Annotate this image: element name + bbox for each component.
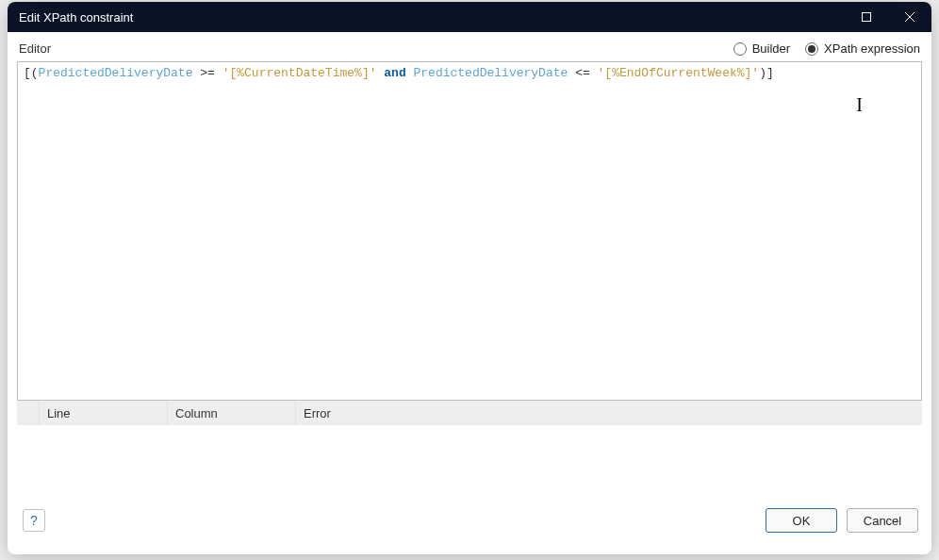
radio-builder-icon — [733, 42, 747, 56]
help-button[interactable]: ? — [23, 509, 45, 532]
code-token: '[%EndOfCurrentWeek%]' — [598, 66, 760, 80]
code-token: PredictedDeliveryDate — [414, 66, 568, 80]
code-token: >= — [192, 66, 222, 80]
code-token: <= — [568, 66, 597, 80]
text-cursor-icon: I — [856, 96, 863, 113]
cancel-button[interactable]: Cancel — [847, 508, 918, 533]
error-table-header: Line Column Error — [17, 401, 922, 425]
ok-button-label: OK — [793, 514, 811, 528]
xpath-constraint-dialog: Edit XPath constraint Editor Builder XPa… — [8, 2, 931, 554]
dialog-content: Editor Builder XPath expression [(Predic… — [8, 32, 931, 554]
radio-xpath-icon — [805, 42, 818, 56]
titlebar: Edit XPath constraint — [8, 2, 931, 32]
error-col-error[interactable]: Error — [296, 401, 922, 425]
help-icon: ? — [30, 513, 38, 528]
svg-rect-0 — [863, 13, 871, 22]
error-col-icon[interactable] — [17, 401, 40, 425]
xpath-code-editor[interactable]: [(PredictedDeliveryDate >= '[%CurrentDat… — [17, 61, 922, 401]
editor-label: Editor — [19, 41, 733, 56]
maximize-button[interactable] — [845, 2, 888, 32]
window-controls — [845, 2, 931, 32]
radio-builder-label: Builder — [752, 41, 790, 56]
error-table: Line Column Error — [17, 401, 922, 504]
error-table-body — [17, 425, 922, 504]
radio-xpath-label: XPath expression — [824, 41, 920, 56]
ok-button[interactable]: OK — [766, 508, 837, 533]
error-col-line[interactable]: Line — [40, 401, 168, 425]
dialog-footer: ? OK Cancel — [17, 504, 922, 542]
code-token: and — [376, 66, 413, 80]
error-col-column[interactable]: Column — [168, 401, 296, 425]
window-title: Edit XPath constraint — [19, 10, 845, 25]
cancel-button-label: Cancel — [864, 514, 901, 528]
close-button[interactable] — [888, 2, 931, 32]
editor-header-row: Editor Builder XPath expression — [17, 41, 922, 56]
code-token: PredictedDeliveryDate — [39, 66, 193, 80]
code-token: [( — [24, 66, 39, 80]
editor-mode-radio-group: Builder XPath expression — [733, 41, 920, 56]
radio-builder[interactable]: Builder — [733, 41, 790, 56]
radio-xpath[interactable]: XPath expression — [805, 41, 920, 56]
code-token: )] — [759, 66, 774, 80]
code-token: '[%CurrentDateTime%]' — [222, 66, 377, 80]
